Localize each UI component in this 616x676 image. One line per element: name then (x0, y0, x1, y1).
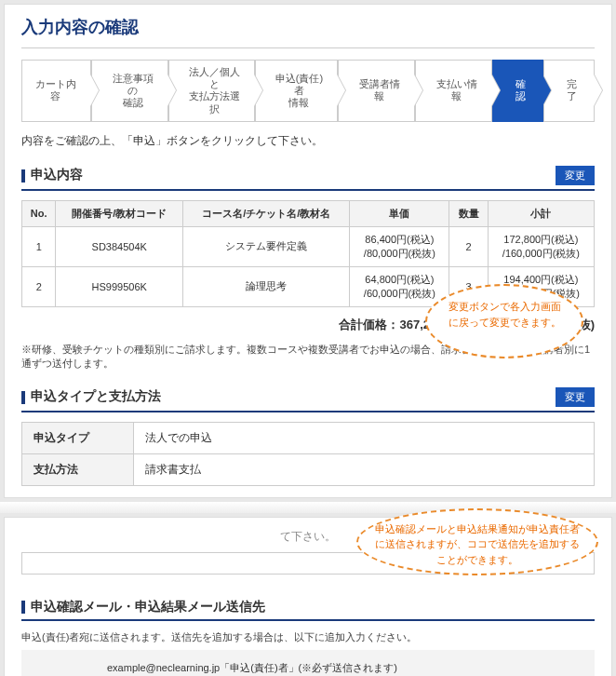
lower-panel: て下さい。 申込確認メールと申込結果通知が申込責任者に送信されますが、ココで送信… (4, 517, 612, 676)
section-order-head: 申込内容 変更 (21, 162, 595, 191)
step-4[interactable]: 受講者情報 (338, 60, 415, 122)
section-pay-head: 申込タイプと支払方法 変更 (21, 384, 595, 412)
page-title: 入力内容の確認 (21, 16, 595, 48)
mail-note: 申込(責任)者宛に送信されます。送信先を追加する場合は、以下に追加入力ください。 (21, 630, 595, 644)
section-mail-head: 申込確認メール・申込結果メール送信先 (21, 595, 595, 621)
fixed-recipient: example@neclearning.jp「申込(責任)者」(※必ず送信されま… (107, 661, 583, 675)
section-pay-title: 申込タイプと支払方法 (21, 388, 161, 405)
step-3[interactable]: 申込(責任)者 情報 (255, 60, 338, 122)
change-order-button[interactable]: 変更 (556, 166, 595, 185)
section-order-title: 申込内容 (21, 167, 83, 183)
change-pay-button[interactable]: 変更 (556, 387, 595, 407)
callout-mail: 申込確認メールと申込結果通知が申込責任者に送信されますが、ココで送信先を追加する… (356, 508, 598, 575)
callout-change: 変更ボタンで各入力画面に戻って変更できます。 (425, 284, 583, 358)
step-1[interactable]: 注意事項の 確認 (91, 60, 168, 122)
step-0[interactable]: カート内容 (21, 60, 91, 122)
table-row: 1SD384504Kシステム要件定義86,400円(税込) /80,000円(税… (22, 226, 595, 266)
step-nav: カート内容注意事項の 確認法人／個人と 支払方法選択申込(責任)者 情報受講者情… (21, 60, 595, 122)
send-label: 送付先 (33, 661, 107, 676)
instruction-text: 内容をご確認の上、「申込」ボタンをクリックして下さい。 (21, 133, 595, 149)
send-block: 送付先 example@neclearning.jp「申込(責任)者」(※必ず送… (21, 650, 595, 676)
upper-panel: 入力内容の確認 カート内容注意事項の 確認法人／個人と 支払方法選択申込(責任)… (4, 4, 612, 498)
section-mail-title: 申込確認メール・申込結果メール送信先 (21, 599, 265, 615)
pay-table: 申込タイプ法人での申込支払方法請求書支払 (21, 422, 595, 486)
step-2[interactable]: 法人／個人と 支払方法選択 (168, 60, 255, 122)
step-5[interactable]: 支払い情報 (415, 60, 492, 122)
order-header-row: No.開催番号/教材コードコース名/チケット名/教材名単価数量小計 (22, 200, 595, 226)
